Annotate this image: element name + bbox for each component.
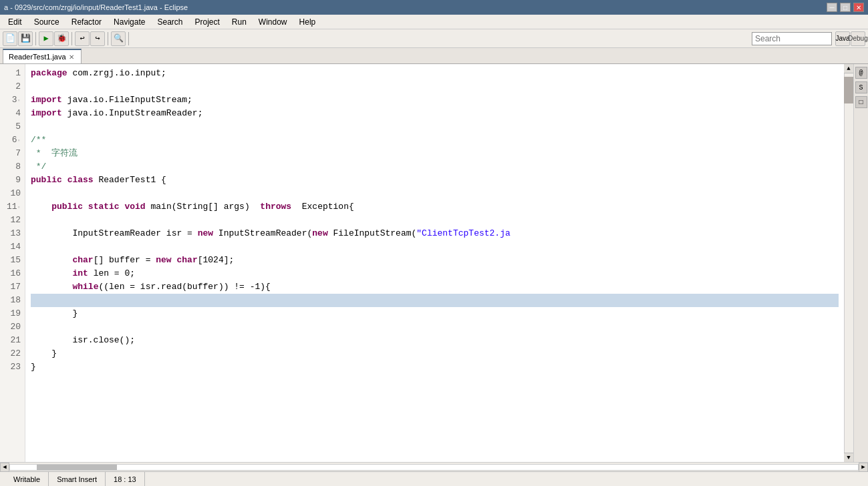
menu-item-help[interactable]: Help — [294, 16, 321, 28]
redo-button[interactable]: ↪ — [90, 31, 105, 46]
line-number-4: 4 — [3, 107, 21, 120]
line-number-13: 13 — [3, 227, 21, 240]
code-line-14 — [31, 240, 839, 254]
code-line-12 — [31, 214, 839, 227]
status-bar: Writable Smart Insert 18 : 13 — [0, 471, 868, 486]
code-line-4: import java.io.InputStreamReader; — [31, 107, 839, 120]
hscroll-left-arrow[interactable]: ◀ — [0, 463, 9, 472]
line-number-9: 9 — [3, 174, 21, 187]
writable-status: Writable — [5, 472, 49, 486]
code-line-5 — [31, 120, 839, 134]
insert-mode-status: Smart Insert — [49, 472, 106, 486]
writable-label: Writable — [13, 475, 40, 483]
line-number-8: 8 — [3, 160, 21, 174]
code-line-7: * 字符流 — [31, 147, 839, 160]
toolbar-separator-4 — [128, 32, 129, 45]
code-line-19: } — [31, 307, 839, 320]
line-number-15: 15 — [3, 254, 21, 267]
line-number-11: 11◦ — [3, 200, 21, 214]
code-line-18 — [31, 294, 839, 307]
restore-button[interactable]: □ — [840, 3, 851, 12]
line-number-23: 23 — [3, 360, 21, 374]
line-number-2: 2 — [3, 80, 21, 93]
toolbar-separator-2 — [71, 32, 72, 45]
editor-container: 123◦456◦7891011◦121314151617181920212223… — [0, 64, 868, 462]
new-button[interactable]: 📄 — [3, 31, 17, 46]
tab-close-button[interactable]: ✕ — [69, 53, 74, 61]
menu-item-refactor[interactable]: Refactor — [66, 16, 107, 28]
undo-button[interactable]: ↩ — [75, 31, 90, 46]
menu-item-window[interactable]: Window — [253, 16, 293, 28]
debug-button[interactable]: 🐞 — [54, 31, 69, 46]
position-label: 18 : 13 — [114, 475, 136, 483]
line-number-3: 3◦ — [3, 93, 21, 107]
run-button[interactable]: ▶ — [39, 31, 53, 46]
code-line-15: char[] buffer = new char[1024]; — [31, 254, 839, 267]
code-line-20 — [31, 320, 839, 334]
horizontal-scrollbar[interactable]: ◀ ▶ — [0, 462, 868, 471]
hscroll-track — [9, 464, 859, 471]
menu-bar: EditSourceRefactorNavigateSearchProjectR… — [0, 15, 868, 29]
line-number-5: 5 — [3, 120, 21, 134]
menu-item-run[interactable]: Run — [227, 16, 252, 28]
title-text: a - 0929/src/com/zrgj/io/input/ReaderTes… — [4, 3, 188, 11]
toolbar-separator-1 — [35, 32, 36, 45]
hscroll-right-arrow[interactable]: ▶ — [859, 463, 868, 472]
code-line-10 — [31, 187, 839, 200]
tab-bar: ReaderTest1.java ✕ — [0, 48, 868, 64]
menu-item-source[interactable]: Source — [29, 16, 65, 28]
debug-label: Debug — [848, 35, 867, 42]
line-number-21: 21 — [3, 334, 21, 347]
line-number-17: 17 — [3, 280, 21, 294]
menu-item-navigate[interactable]: Navigate — [108, 16, 150, 28]
line-number-16: 16 — [3, 267, 21, 280]
search-input[interactable] — [755, 34, 822, 43]
debug-perspective[interactable]: Debug — [851, 31, 865, 46]
scroll-thumb[interactable] — [844, 77, 853, 103]
panel-icon-3[interactable]: □ — [855, 96, 867, 108]
hscroll-thumb[interactable] — [37, 465, 117, 471]
code-line-17: while((len = isr.read(buffer)) != -1){ — [31, 280, 839, 294]
code-editor[interactable]: package com.zrgj.io.input; import java.i… — [25, 64, 844, 462]
line-numbers: 123◦456◦7891011◦121314151617181920212223 — [0, 64, 25, 462]
right-panel: @ S □ — [853, 64, 868, 462]
code-line-11: public static void main(String[] args) t… — [31, 200, 839, 214]
line-number-14: 14 — [3, 240, 21, 254]
code-line-2 — [31, 80, 839, 93]
code-line-1: package com.zrgj.io.input; — [31, 67, 839, 80]
menu-item-search[interactable]: Search — [152, 16, 188, 28]
code-line-6: /** — [31, 134, 839, 147]
search-box[interactable] — [752, 32, 832, 45]
menu-item-edit[interactable]: Edit — [3, 16, 27, 28]
code-line-21: isr.close(); — [31, 334, 839, 347]
line-number-7: 7 — [3, 147, 21, 160]
code-line-16: int len = 0; — [31, 267, 839, 280]
scroll-up-arrow[interactable]: ▲ — [844, 64, 853, 73]
overview-ruler: ▲ ▼ — [844, 64, 853, 462]
close-button[interactable]: ✕ — [853, 3, 864, 12]
line-number-6: 6◦ — [3, 134, 21, 147]
line-number-1: 1 — [3, 67, 21, 80]
editor-tab-0[interactable]: ReaderTest1.java ✕ — [3, 49, 82, 63]
scroll-track — [844, 77, 853, 475]
line-number-18: 18 — [3, 294, 21, 307]
code-line-3: import java.io.FileInputStream; — [31, 93, 839, 107]
cursor-position: 18 : 13 — [106, 472, 145, 486]
panel-icon-2[interactable]: S — [855, 81, 867, 93]
scroll-down-arrow[interactable]: ▼ — [844, 453, 853, 462]
title-bar: a - 0929/src/com/zrgj/io/input/ReaderTes… — [0, 0, 868, 15]
code-line-13: InputStreamReader isr = new InputStreamR… — [31, 227, 839, 240]
line-number-19: 19 — [3, 307, 21, 320]
insert-mode-label: Smart Insert — [57, 475, 97, 483]
code-line-9: public class ReaderTest1 { — [31, 174, 839, 187]
code-line-8: */ — [31, 160, 839, 174]
tab-label: ReaderTest1.java — [9, 53, 66, 61]
line-number-12: 12 — [3, 214, 21, 227]
panel-icon-1[interactable]: @ — [855, 67, 867, 79]
minimize-button[interactable]: ─ — [827, 3, 837, 12]
toolbar-separator-3 — [108, 32, 108, 45]
menu-item-project[interactable]: Project — [189, 16, 225, 28]
search-button[interactable]: 🔍 — [111, 31, 126, 46]
save-button[interactable]: 💾 — [18, 31, 33, 46]
line-number-20: 20 — [3, 320, 21, 334]
